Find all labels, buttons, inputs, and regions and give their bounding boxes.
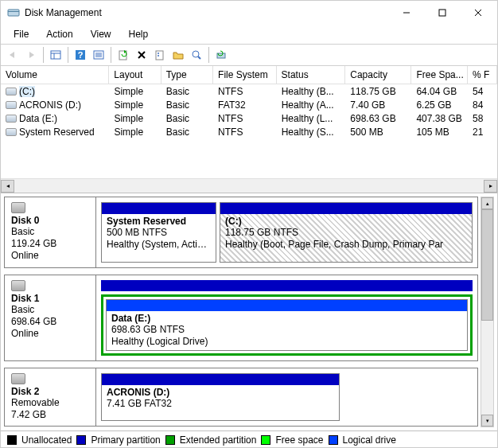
close-button[interactable] xyxy=(460,2,496,24)
delete-button[interactable] xyxy=(133,46,150,64)
table-header: Volume Layout Type File System Status Ca… xyxy=(1,66,497,84)
swatch-extended xyxy=(165,435,175,445)
settings-list-button[interactable] xyxy=(90,46,107,64)
svg-point-19 xyxy=(158,53,159,54)
drive-icon xyxy=(6,128,17,136)
table-row[interactable]: ACRONIS (D:) Simple Basic FAT32 Healthy … xyxy=(1,98,497,111)
disk1-partitions: Data (E:) 698.63 GB NTFS Healthy (Logica… xyxy=(96,275,477,360)
volume-table: Volume Layout Type File System Status Ca… xyxy=(1,66,497,178)
swatch-logical xyxy=(329,435,338,445)
col-filesystem[interactable]: File System xyxy=(213,66,277,84)
scroll-up-button[interactable]: ▴ xyxy=(481,197,493,209)
disk-icon xyxy=(11,280,25,291)
swatch-primary xyxy=(76,435,86,445)
table-row[interactable]: (C:) Simple Basic NTFS Healthy (B... 118… xyxy=(1,84,497,98)
partition-c[interactable]: (C:) 118.75 GB NTFS Healthy (Boot, Page … xyxy=(220,202,473,263)
disk1-info: Disk 1 Basic 698.64 GB Online xyxy=(5,275,96,360)
scroll-left-button[interactable]: ◂ xyxy=(1,180,14,193)
menu-action[interactable]: Action xyxy=(38,26,80,42)
disk-icon xyxy=(11,202,25,213)
col-type[interactable]: Type xyxy=(161,66,213,84)
rescan-button[interactable] xyxy=(212,46,230,64)
col-volume[interactable]: Volume xyxy=(1,66,109,84)
maximize-button[interactable] xyxy=(424,2,460,24)
disk1-row[interactable]: Disk 1 Basic 698.64 GB Online Data (E:) … xyxy=(4,275,478,361)
disk2-row[interactable]: Disk 2 Removable 7.42 GB ACRONIS (D:) 7.… xyxy=(4,368,478,427)
menubar: File Action View Help xyxy=(1,25,497,44)
scroll-down-button[interactable]: ▾ xyxy=(481,415,493,427)
scroll-right-button[interactable]: ▸ xyxy=(484,180,497,193)
disk-name: Disk 0 xyxy=(11,215,89,226)
col-pct[interactable]: % F xyxy=(468,66,497,84)
col-status[interactable]: Status xyxy=(277,66,346,84)
svg-rect-0 xyxy=(8,10,19,16)
svg-rect-3 xyxy=(439,10,445,16)
find-button[interactable] xyxy=(188,46,205,64)
drive-icon xyxy=(6,101,17,109)
swatch-free xyxy=(261,435,270,445)
svg-rect-1 xyxy=(8,11,19,12)
help-button[interactable]: ? xyxy=(72,46,89,64)
drive-icon xyxy=(6,115,17,123)
menu-file[interactable]: File xyxy=(6,26,37,42)
partition-data-e[interactable]: Data (E:) 698.63 GB NTFS Healthy (Logica… xyxy=(106,299,468,351)
svg-point-21 xyxy=(193,51,199,57)
table-row[interactable]: System Reserved Simple Basic NTFS Health… xyxy=(1,125,497,138)
menu-help[interactable]: Help xyxy=(121,26,157,42)
col-layout[interactable]: Layout xyxy=(109,66,161,84)
svg-rect-6 xyxy=(51,51,60,59)
menu-view[interactable]: View xyxy=(83,26,119,42)
graphical-view: Disk 0 Basic 119.24 GB Online System Res… xyxy=(1,193,497,430)
disk0-row[interactable]: Disk 0 Basic 119.24 GB Online System Res… xyxy=(4,197,478,268)
disk0-info: Disk 0 Basic 119.24 GB Online xyxy=(5,197,96,267)
volume-list-pane: Volume Layout Type File System Status Ca… xyxy=(1,66,497,193)
vertical-scrollbar[interactable]: ▴ ▾ xyxy=(480,197,494,427)
back-button[interactable] xyxy=(4,46,21,64)
disk-name: Disk 1 xyxy=(11,293,89,304)
volume-c: (C:) xyxy=(19,86,35,97)
extended-partition[interactable]: Data (E:) 698.63 GB NTFS Healthy (Logica… xyxy=(101,294,473,356)
disk2-info: Disk 2 Removable 7.42 GB xyxy=(5,368,96,426)
scroll-thumb[interactable] xyxy=(481,209,493,321)
toolbar: ? xyxy=(1,44,497,66)
disk0-partitions: System Reserved 500 MB NTFS Healthy (Sys… xyxy=(96,197,477,267)
svg-line-22 xyxy=(198,56,200,59)
titlebar: Disk Management xyxy=(1,1,497,25)
svg-rect-18 xyxy=(156,51,163,60)
horizontal-scrollbar[interactable]: ◂ ▸ xyxy=(1,178,497,193)
partition-acronis-d[interactable]: ACRONIS (D:) 7.41 GB FAT32 xyxy=(101,373,340,421)
minimize-button[interactable] xyxy=(388,2,424,24)
svg-point-20 xyxy=(158,55,159,56)
disk2-partitions: ACRONIS (D:) 7.41 GB FAT32 xyxy=(96,368,477,426)
table-body: (C:) Simple Basic NTFS Healthy (B... 118… xyxy=(1,84,497,178)
properties-button[interactable] xyxy=(151,46,169,64)
swatch-unallocated xyxy=(7,435,17,445)
refresh-button[interactable] xyxy=(115,46,132,64)
folder-button[interactable] xyxy=(169,46,187,64)
legend: Unallocated Primary partition Extended p… xyxy=(1,430,497,448)
show-hide-button[interactable] xyxy=(47,46,64,64)
drive-icon xyxy=(6,88,17,95)
partition-system-reserved[interactable]: System Reserved 500 MB NTFS Healthy (Sys… xyxy=(101,202,216,263)
forward-button[interactable] xyxy=(22,46,40,64)
disk-icon xyxy=(11,373,25,384)
window-title: Disk Management xyxy=(25,7,388,18)
svg-text:?: ? xyxy=(78,50,84,60)
table-row[interactable]: Data (E:) Simple Basic NTFS Healthy (L..… xyxy=(1,111,497,125)
app-icon xyxy=(7,6,20,19)
disk-name: Disk 2 xyxy=(11,386,89,397)
col-free[interactable]: Free Spa... xyxy=(411,66,468,84)
col-capacity[interactable]: Capacity xyxy=(345,66,411,84)
